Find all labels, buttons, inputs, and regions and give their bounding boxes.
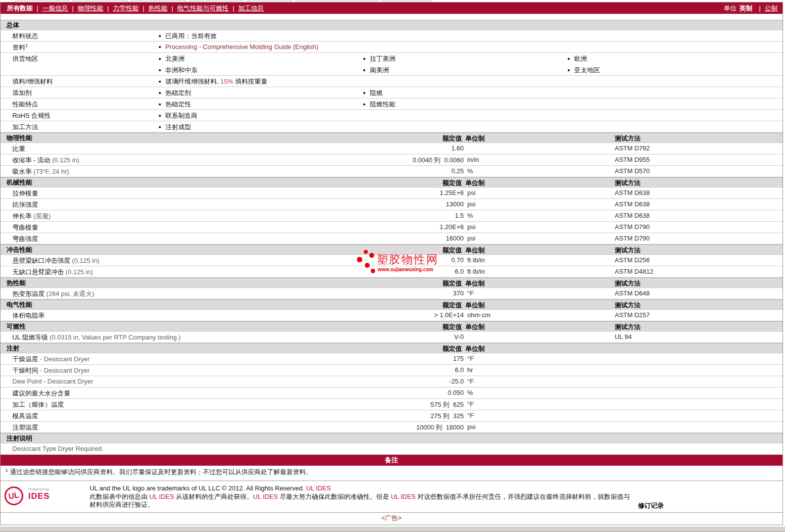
property-name-text: 拉伸模量 <box>12 190 38 197</box>
nav-tab-general-info[interactable]: 一般信息 <box>42 4 68 12</box>
text-segment: 阻燃 <box>370 89 383 97</box>
bullet-column: 阻燃 <box>363 87 383 98</box>
property-row: 收缩率 - 流动 (0.125 in)0.0040 到 0.0060in/inA… <box>0 154 783 166</box>
column-header-value-unit: 额定值 单位制 <box>442 344 485 353</box>
document-link[interactable]: Processing - Comprehensive Molding Guide… <box>165 43 318 50</box>
bullet-column: 热稳定剂 <box>159 87 191 98</box>
footnote: 1 通过这些链接您能够访问供应商资料。我们尽量保证及时更新资料；不过您可以从供应… <box>0 466 783 478</box>
text-segment: 南美洲 <box>370 66 389 74</box>
section-title: 电气性能 <box>6 301 32 308</box>
bullet-item: 热稳定剂 <box>159 87 191 98</box>
section-header-physical: 物理性能额定值 单位制测试方法 <box>0 133 783 143</box>
test-method: ASTM D638 <box>615 212 650 219</box>
nav-separator: | <box>37 4 38 12</box>
property-name: Dew Point - Desiccant Dryer <box>12 378 93 385</box>
property-condition: (0.125 in) <box>50 156 80 164</box>
footnote-text: 通过这些链接您能够访问供应商资料。我们尽量保证及时更新资料；不过您可以从供应商处… <box>10 468 312 476</box>
bullet-icon <box>363 58 365 60</box>
property-row: 热变形温度 (264 psi, 未退火)370°FASTM D648 <box>0 288 783 299</box>
property-unit: % <box>467 389 473 396</box>
section-title: 注射 <box>6 344 19 352</box>
row-label: 添加剂 <box>12 89 32 97</box>
property-condition: (0.0315 in, Values per RTP Company testi… <box>48 334 181 341</box>
property-qualifier: - Desiccant Dryer <box>38 355 90 363</box>
general-row: 资料1Processing - Comprehensive Molding Gu… <box>0 42 783 53</box>
bullet-icon <box>159 103 161 105</box>
section-header-impact: 冲击性能额定值 单位制测试方法 <box>0 244 783 255</box>
text-segment: 热稳定剂 <box>165 89 191 97</box>
property-name-text: UL 阻燃等级 <box>12 334 48 341</box>
test-method: ASTM D257 <box>615 311 650 319</box>
text-segment: 此数据表中的信息由 <box>90 493 149 500</box>
property-condition: (0.125 in) <box>70 257 99 264</box>
column-header-method: 测试方法 <box>615 245 640 255</box>
property-value: 1.25E+6 <box>440 189 464 196</box>
property-name-text: 收缩率 - 流动 <box>12 156 50 164</box>
footnote-number: 1 <box>5 468 8 473</box>
property-name-text: 无缺口悬臂梁冲击 <box>12 268 64 276</box>
section-header-flammability: 可燃性额定值 单位制测试方法 <box>0 321 783 332</box>
property-value: 370 <box>453 290 464 297</box>
property-unit: °F <box>467 412 474 419</box>
test-method: ASTM D790 <box>615 235 650 242</box>
legal-line-1: UL and the UL logo are trademarks of UL … <box>90 484 632 493</box>
bullet-icon <box>363 92 365 94</box>
property-sections: 物理性能额定值 单位制测试方法比重1.60ASTM D792收缩率 - 流动 (… <box>0 133 783 433</box>
section-title: 注射说明 <box>6 435 32 442</box>
test-method: ASTM D792 <box>615 145 650 152</box>
nav-tab-all-data[interactable]: 所有数据 <box>7 4 33 12</box>
section-title: 总体 <box>6 21 19 29</box>
property-name: 无缺口悬臂梁冲击 (0.125 in) <box>12 268 93 277</box>
property-row: Dew Point - Desiccant Dryer-25.0°F <box>0 376 783 387</box>
property-name: 注塑温度 <box>12 423 38 432</box>
text-segment: 从该材料的生产商处获得。 <box>174 493 253 500</box>
ul-ides-link[interactable]: UL IDES <box>253 493 278 500</box>
legal-line-2: 此数据表中的信息由 UL IDES 从该材料的生产商处获得。UL IDES 尽最… <box>90 493 632 509</box>
horizontal-scrollbar[interactable] <box>0 526 785 532</box>
property-name-text: 抗张强度 <box>12 201 38 208</box>
nav-separator: | <box>72 4 73 12</box>
row-label: 材料状态 <box>12 32 38 41</box>
bullet-item: Processing - Comprehensive Molding Guide… <box>159 42 318 53</box>
ul-ides-link[interactable]: UL IDES <box>391 493 416 500</box>
bullet-icon <box>159 46 161 48</box>
unit-metric-link[interactable]: 公制 <box>765 4 778 12</box>
property-name-text: 干燥时间 <box>12 367 38 374</box>
property-condition: (264 psi, 未退火) <box>45 290 94 297</box>
property-name: 拉伸模量 <box>12 189 38 198</box>
property-name: 热变形温度 (264 psi, 未退火) <box>12 290 94 298</box>
property-value: 10000 到 18000 <box>416 423 464 432</box>
ul-ides-link[interactable]: UL IDES <box>306 484 331 492</box>
nav-tab-electrical-flammability[interactable]: 电气性能与可燃性 <box>177 4 229 12</box>
property-name: 建议的最大水分含量 <box>12 389 70 398</box>
text-segment: 已商用：当前有效 <box>165 32 217 40</box>
property-value: 6.0 <box>455 268 464 275</box>
property-row: 吸水率 (73°F, 24 hr)0.25%ASTM D570 <box>0 166 783 177</box>
text-segment: 北美洲 <box>165 55 185 62</box>
property-row: 加工（熔体）温度575 到 625°F <box>0 399 783 410</box>
property-name-text: 建议的最大水分含量 <box>12 389 70 397</box>
nav-tab-thermal[interactable]: 热性能 <box>148 4 168 12</box>
property-unit: ft·lb/in <box>467 256 485 264</box>
property-name: 比重 <box>12 145 25 153</box>
column-header-method: 测试方法 <box>615 134 640 143</box>
property-value: 13000 <box>446 200 464 208</box>
test-method: ASTM D256 <box>615 256 650 264</box>
row-label: 填料/增强材料 <box>12 77 53 86</box>
text-segment: UL and the UL logo are trademarks of UL … <box>90 484 306 492</box>
property-unit: hr <box>467 366 473 374</box>
property-row: 弯曲模量1.20E+6psiASTM D790 <box>0 222 783 233</box>
property-row: UL 阻燃等级 (0.0315 in, Values per RTP Compa… <box>0 332 783 343</box>
footnote-ref: 1 <box>25 43 28 48</box>
property-unit: °F <box>467 400 474 408</box>
section-header-injection-notes: 注射说明 <box>0 433 783 443</box>
text-segment: 玻璃纤维增强材料, <box>165 78 220 85</box>
nav-tab-mechanical[interactable]: 力学性能 <box>113 4 139 12</box>
test-method: ASTM D4812 <box>615 268 653 275</box>
column-header-method: 测试方法 <box>615 300 640 310</box>
ul-ides-link[interactable]: UL IDES <box>149 493 174 500</box>
nav-tab-physical[interactable]: 物理性能 <box>78 4 103 12</box>
property-name-text: 吸水率 <box>12 168 32 175</box>
property-name: 模具温度 <box>12 412 38 421</box>
nav-tab-processing-info[interactable]: 加工信息 <box>238 4 264 12</box>
